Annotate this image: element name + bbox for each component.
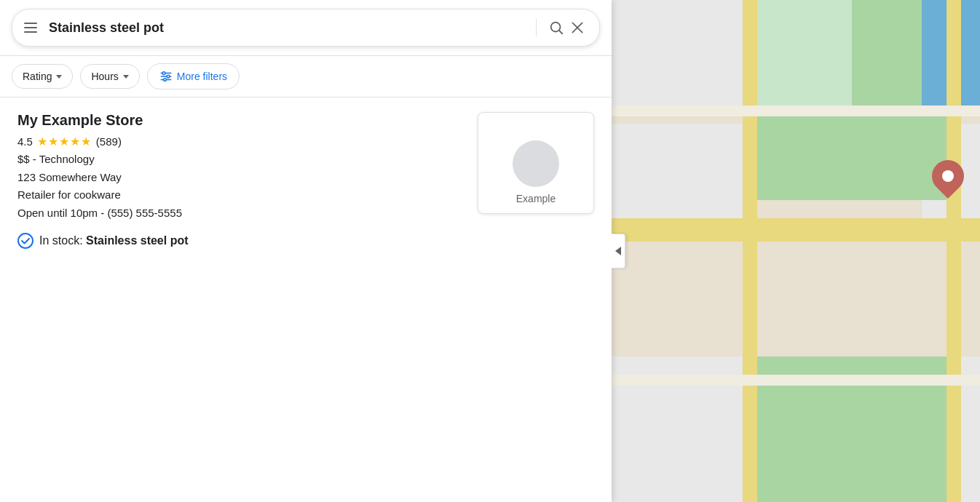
search-button[interactable] <box>545 17 567 39</box>
more-filters-label: More filters <box>177 71 227 82</box>
in-stock-text: In stock: Stainless steel pot <box>39 234 189 247</box>
map-cell-1 <box>612 0 743 105</box>
store-listing: My Example Store 4.5 ★★★★★ (589) $$ - Te… <box>17 112 594 266</box>
rating-filter-label: Rating <box>23 71 52 82</box>
collapse-panel-button[interactable] <box>612 234 625 268</box>
hours-chevron-icon <box>123 75 129 79</box>
review-count: (589) <box>96 135 122 148</box>
more-filters-chip[interactable]: More filters <box>147 63 240 89</box>
left-panel: Rating Hours More filters My Example Sto… <box>0 0 612 502</box>
in-stock-label: In stock: <box>39 234 83 247</box>
store-address: 123 Somewhere Way <box>17 170 466 186</box>
close-icon <box>570 20 585 35</box>
store-name: My Example Store <box>17 112 466 129</box>
green-block-3 <box>757 0 852 105</box>
store-info: My Example Store 4.5 ★★★★★ (589) $$ - Te… <box>17 112 466 249</box>
store-hours: Open until 10pm - (555) 555-5555 <box>17 205 466 222</box>
rating-row: 4.5 ★★★★★ (589) <box>17 135 466 148</box>
main-road-vertical-2 <box>947 0 961 502</box>
map-panel[interactable] <box>612 0 980 502</box>
search-bar <box>12 9 600 47</box>
store-image-circle <box>513 140 559 187</box>
results-area: My Example Store 4.5 ★★★★★ (589) $$ - Te… <box>0 97 612 502</box>
pin-body <box>925 154 971 199</box>
in-stock-row: In stock: Stainless steel pot <box>17 233 466 249</box>
svg-line-1 <box>559 31 562 33</box>
search-input[interactable] <box>49 20 527 36</box>
search-icon <box>548 20 564 36</box>
collapse-arrow-icon <box>615 247 621 255</box>
hamburger-menu-icon[interactable] <box>24 23 37 33</box>
checkmark-icon <box>20 236 31 246</box>
star-icons: ★★★★★ <box>37 135 92 148</box>
map-pin[interactable] <box>932 160 964 192</box>
price-category: $$ - Technology <box>17 151 466 168</box>
svg-point-9 <box>163 79 166 81</box>
minor-road-h-2 <box>612 375 980 386</box>
search-bar-container <box>0 0 612 56</box>
rating-number: 4.5 <box>17 135 33 148</box>
store-image[interactable]: Example <box>478 112 594 214</box>
search-divider <box>536 19 537 36</box>
green-block-4 <box>757 105 852 200</box>
store-image-label: Example <box>516 193 556 204</box>
svg-point-8 <box>167 75 170 78</box>
filter-bar: Rating Hours More filters <box>0 56 612 97</box>
store-description: Retailer for cookware <box>17 187 466 204</box>
hours-filter-chip[interactable]: Hours <box>80 64 139 89</box>
map-cell-4 <box>612 124 743 218</box>
main-road-vertical-1 <box>743 0 757 502</box>
filters-icon <box>159 70 173 83</box>
minor-road-h-1 <box>612 105 980 116</box>
in-stock-check-icon <box>17 233 33 249</box>
hours-filter-label: Hours <box>91 71 118 82</box>
svg-point-7 <box>162 72 165 75</box>
main-road-horizontal <box>612 218 980 242</box>
pin-inner <box>942 170 954 182</box>
clear-button[interactable] <box>567 17 588 38</box>
rating-filter-chip[interactable]: Rating <box>12 64 73 89</box>
in-stock-item: Stainless steel pot <box>86 234 189 247</box>
rating-chevron-icon <box>56 75 62 79</box>
